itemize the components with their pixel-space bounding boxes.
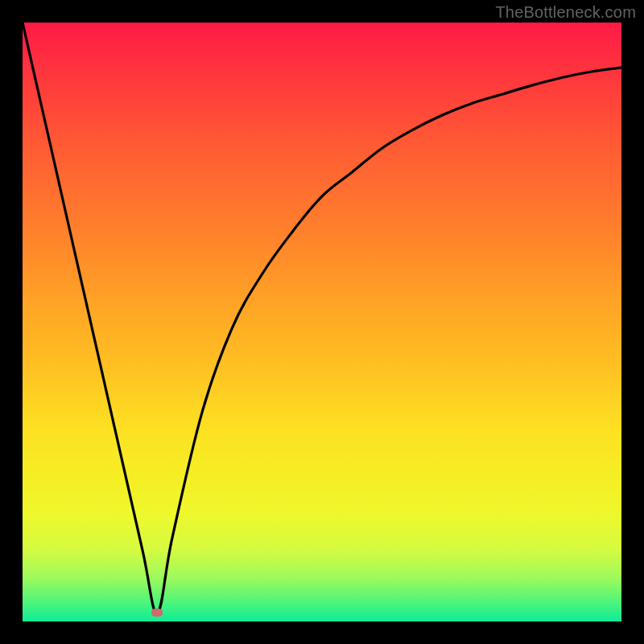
attribution-watermark: TheBottleneck.com [495,3,636,22]
bottleneck-curve [23,23,621,621]
chart-frame: TheBottleneck.com [0,0,644,644]
plot-area [23,23,621,621]
minimum-marker [151,609,163,617]
